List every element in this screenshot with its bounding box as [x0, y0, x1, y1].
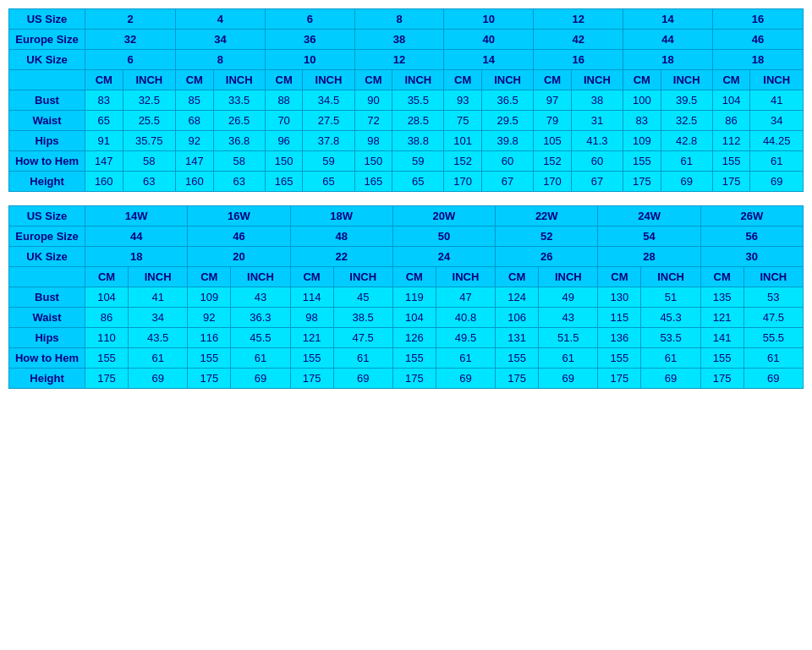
bust-5-cm: 97 [534, 90, 572, 111]
waist-4-inch: 29.5 [481, 111, 533, 131]
plus-eu-46: 46 [188, 227, 290, 247]
height-5-inch: 67 [571, 172, 623, 192]
hips-1-cm: 92 [176, 131, 214, 151]
plus-eu-44: 44 [85, 227, 188, 247]
hem-2-cm: 150 [265, 151, 303, 172]
height-0-cm: 160 [85, 172, 123, 192]
hips-0-cm: 91 [85, 131, 123, 151]
hem-3-inch: 59 [392, 151, 444, 172]
waist-3-inch: 28.5 [392, 111, 444, 131]
waist-5-inch: 31 [571, 111, 623, 131]
p-bust-2-cm: 114 [290, 287, 333, 308]
plus-inch-3: INCH [333, 267, 392, 287]
p-hem-2-inch: 61 [333, 348, 392, 369]
p-height-0-cm: 175 [85, 369, 129, 389]
plus-cm-2: CM [188, 267, 231, 287]
p-height-5-inch: 69 [641, 369, 700, 389]
plus-eu-50: 50 [392, 227, 495, 247]
p-bust-5-inch: 51 [641, 287, 700, 308]
hem-7-inch: 61 [750, 151, 804, 172]
us-size-8: 8 [354, 9, 444, 30]
height-6-cm: 175 [623, 172, 661, 192]
cm-label-1: CM [85, 70, 123, 90]
p-hem-6-inch: 61 [743, 348, 803, 369]
p-waist-3-inch: 40.8 [436, 308, 495, 328]
hips-2-inch: 37.8 [303, 131, 354, 151]
hips-6-cm: 109 [623, 131, 661, 151]
waist-0-inch: 25.5 [123, 111, 176, 131]
uk-size-16: 16 [534, 50, 623, 70]
hem-4-inch: 60 [481, 151, 533, 172]
hem-3-cm: 150 [354, 151, 392, 172]
p-hem-1-cm: 155 [188, 348, 231, 369]
waist-7-inch: 34 [750, 111, 804, 131]
height-7-cm: 175 [712, 172, 750, 192]
height-label: Height [9, 172, 85, 192]
uk-size-18b: 18 [712, 50, 803, 70]
plus-eu-56: 56 [700, 227, 803, 247]
hem-0-cm: 147 [85, 151, 123, 172]
height-3-inch: 65 [392, 172, 444, 192]
height-3-cm: 165 [354, 172, 392, 192]
hips-5-inch: 41.3 [571, 131, 623, 151]
hem-5-cm: 152 [534, 151, 572, 172]
empty-cell-1 [9, 70, 85, 90]
p-waist-1-cm: 92 [188, 308, 231, 328]
p-hips-1-inch: 45.5 [231, 328, 290, 348]
hem-6-inch: 61 [661, 151, 712, 172]
p-bust-3-cm: 119 [392, 287, 436, 308]
p-height-3-inch: 69 [436, 369, 495, 389]
p-hips-6-cm: 141 [700, 328, 743, 348]
waist-0-cm: 65 [85, 111, 123, 131]
eu-size-38: 38 [354, 30, 444, 50]
inch-label-4: INCH [392, 70, 444, 90]
waist-3-cm: 72 [354, 111, 392, 131]
hips-2-cm: 96 [265, 131, 303, 151]
p-hips-0-inch: 43.5 [129, 328, 188, 348]
p-hips-2-inch: 47.5 [333, 328, 392, 348]
p-height-2-inch: 69 [333, 369, 392, 389]
p-hips-4-cm: 131 [496, 328, 539, 348]
p-height-0-inch: 69 [129, 369, 188, 389]
plus-us-22w: 22W [496, 206, 598, 227]
us-size-14: 14 [623, 9, 713, 30]
plus-europe-size-label: Europe Size [9, 227, 85, 247]
uk-size-10: 10 [265, 50, 354, 70]
height-0-inch: 63 [123, 172, 176, 192]
plus-cm-5: CM [496, 267, 539, 287]
cm-label-8: CM [712, 70, 750, 90]
waist-2-inch: 27.5 [303, 111, 354, 131]
plus-waist-label: Waist [9, 308, 85, 328]
p-bust-0-inch: 41 [129, 287, 188, 308]
plus-cm-6: CM [598, 267, 641, 287]
p-waist-3-cm: 104 [392, 308, 436, 328]
height-2-inch: 65 [303, 172, 354, 192]
hips-4-cm: 101 [444, 131, 482, 151]
waist-4-cm: 75 [444, 111, 482, 131]
inch-label-8: INCH [750, 70, 804, 90]
waist-6-cm: 83 [623, 111, 661, 131]
hips-label: Hips [9, 131, 85, 151]
bust-5-inch: 38 [571, 90, 623, 111]
waist-1-inch: 26.5 [213, 111, 265, 131]
bust-3-inch: 35.5 [392, 90, 444, 111]
hips-6-inch: 42.8 [661, 131, 712, 151]
hem-2-inch: 59 [303, 151, 354, 172]
us-size-label: US Size [9, 9, 85, 30]
p-height-6-inch: 69 [743, 369, 803, 389]
eu-size-44: 44 [623, 30, 713, 50]
us-size-16: 16 [712, 9, 803, 30]
hem-1-inch: 58 [213, 151, 265, 172]
bust-0-inch: 32.5 [123, 90, 176, 111]
p-height-4-cm: 175 [496, 369, 539, 389]
p-height-4-inch: 69 [539, 369, 598, 389]
inch-label-6: INCH [571, 70, 623, 90]
p-hem-3-inch: 61 [436, 348, 495, 369]
p-waist-1-inch: 36.3 [231, 308, 290, 328]
hips-3-cm: 98 [354, 131, 392, 151]
cm-label-3: CM [265, 70, 303, 90]
plus-inch-4: INCH [436, 267, 495, 287]
p-hips-3-cm: 126 [392, 328, 436, 348]
us-size-10: 10 [444, 9, 534, 30]
p-height-1-cm: 175 [188, 369, 231, 389]
